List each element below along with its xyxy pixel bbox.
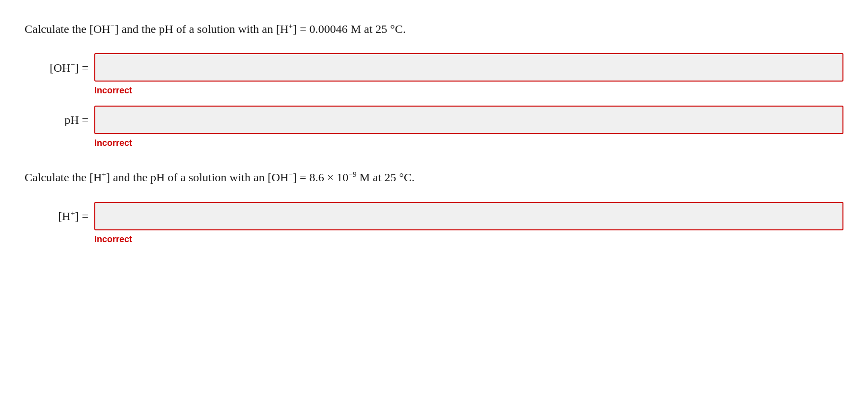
ph-answer-input[interactable] [94, 106, 843, 134]
oh-input-row: [OH−] = [25, 53, 843, 82]
ph-input-row: pH = [25, 106, 843, 134]
h-plus-input-row: [H+] = [25, 202, 843, 230]
h-plus-answer-input[interactable] [94, 202, 843, 230]
question-1-block: Calculate the [OH−] and the pH of a solu… [25, 20, 843, 148]
h-plus-incorrect-label: Incorrect [94, 234, 843, 245]
ph-incorrect-label: Incorrect [94, 138, 843, 148]
question-1-text: Calculate the [OH−] and the pH of a solu… [25, 20, 843, 38]
oh-label: [OH−] = [25, 60, 88, 75]
question-2-text: Calculate the [H+] and the pH of a solut… [25, 168, 843, 187]
question-2-block: Calculate the [H+] and the pH of a solut… [25, 168, 843, 244]
ph-label: pH = [25, 113, 88, 127]
h-plus-label: [H+] = [25, 209, 88, 223]
oh-answer-input[interactable] [94, 53, 843, 82]
oh-incorrect-label: Incorrect [94, 85, 843, 96]
